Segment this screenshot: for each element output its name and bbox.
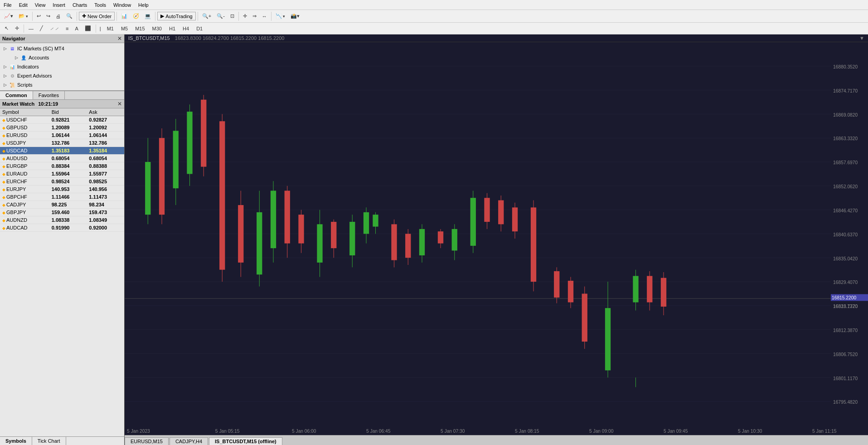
row-diamond-icon: ◆ <box>2 172 5 176</box>
channel-button[interactable]: ⟋⟋ <box>47 24 62 33</box>
market-watch-row[interactable]: ◆CADJPY 98.225 98.234 <box>0 201 124 209</box>
menu-window[interactable]: Window <box>110 1 135 9</box>
tab-common[interactable]: Common <box>0 91 33 99</box>
navigator-close-button[interactable]: ✕ <box>117 35 122 42</box>
hline-button[interactable]: — <box>26 24 36 33</box>
chart-maximize-icon[interactable]: ▼ <box>859 35 864 41</box>
menu-help[interactable]: Help <box>135 1 152 9</box>
drawing-toolbar: ↖ ✛ — ╱ ⟋⟋ ≡ A ⬛ | M1 M5 M15 M30 H1 H4 D… <box>0 23 868 34</box>
zoom-in-button[interactable]: 🔍+ <box>200 11 213 21</box>
print-button[interactable]: 🖨 <box>53 11 63 21</box>
period-m5[interactable]: M5 <box>118 24 131 33</box>
period-d1[interactable]: D1 <box>193 24 206 33</box>
tab-tick-chart[interactable]: Tick Chart <box>32 437 66 445</box>
svg-text:5 Jan 09:45: 5 Jan 09:45 <box>664 429 688 434</box>
undo-button[interactable]: ↩ <box>34 11 43 21</box>
row-diamond-icon: ◆ <box>2 141 5 146</box>
nav-broker-label: IC Markets (SC) MT4 <box>17 46 64 51</box>
tab-cadjpy-h4[interactable]: CADJPY,H4 <box>170 437 208 445</box>
row-bid: 1.06144 <box>49 132 87 139</box>
svg-rect-44 <box>349 222 355 255</box>
menu-view[interactable]: View <box>31 1 49 9</box>
row-bid: 0.88384 <box>49 162 87 170</box>
autoscroll-button[interactable]: ↔ <box>260 11 269 21</box>
row-symbol: ◆USDCHF <box>0 116 49 124</box>
period-m1[interactable]: M1 <box>104 24 117 33</box>
period-h4[interactable]: H4 <box>179 24 192 33</box>
terminal-button[interactable]: 💻 <box>142 11 153 21</box>
market-watch-row[interactable]: ◆AUDUSD 0.68054 0.68054 <box>0 155 124 162</box>
redo-button[interactable]: ↪ <box>44 11 53 21</box>
autotrading-button[interactable]: ▶ AutoTrading <box>157 12 196 20</box>
menu-tools[interactable]: Tools <box>91 1 110 9</box>
svg-rect-52 <box>405 234 411 258</box>
print-preview-button[interactable]: 🔍 <box>64 11 75 21</box>
market-watch-row[interactable]: ◆EURCHF 0.98524 0.98525 <box>0 178 124 186</box>
nav-accounts[interactable]: ▷ 👤 Accounts <box>0 53 124 62</box>
crosshair2-button[interactable]: ✛ <box>12 24 22 33</box>
nav-indicators[interactable]: ▷ 📊 Indicators <box>0 62 124 71</box>
trend-button[interactable]: ╱ <box>37 24 46 33</box>
row-ask: 1.20092 <box>87 124 124 132</box>
svg-text:5 Jan 07:30: 5 Jan 07:30 <box>441 429 465 434</box>
new-chart-button[interactable]: 📈▾ <box>2 11 15 21</box>
market-watch-row[interactable]: ◆GBPJPY 159.460 159.473 <box>0 209 124 216</box>
zoom-out-button[interactable]: 🔍- <box>214 11 227 21</box>
svg-text:16846.4270: 16846.4270 <box>833 208 858 213</box>
market-watch-row[interactable]: ◆GBPUSD 1.20089 1.20092 <box>0 124 124 132</box>
market-watch-row[interactable]: ◆GBPCHF 1.11466 1.11473 <box>0 193 124 201</box>
text-button[interactable]: A <box>72 24 81 33</box>
row-ask: 1.55977 <box>87 170 124 178</box>
svg-text:16863.3320: 16863.3320 <box>833 136 858 141</box>
row-bid: 0.92821 <box>49 116 87 124</box>
fit-button[interactable]: ⊡ <box>228 11 237 21</box>
svg-rect-40 <box>317 224 322 262</box>
scripts-icon: 📜 <box>9 81 16 88</box>
period-m30[interactable]: M30 <box>149 24 165 33</box>
period-h1[interactable]: H1 <box>166 24 179 33</box>
market-watch-row[interactable]: ◆EURGBP 0.88384 0.88388 <box>0 162 124 170</box>
crosshair-button[interactable]: ✛ <box>241 11 249 21</box>
toolbar-sep-1 <box>32 12 33 21</box>
label-button[interactable]: ⬛ <box>82 24 94 33</box>
row-symbol: ◆AUDUSD <box>0 155 49 162</box>
cursor-button[interactable]: ↖ <box>2 24 11 33</box>
market-watch-row[interactable]: ◆USDCHF 0.92821 0.92827 <box>0 116 124 124</box>
market-watch-row[interactable]: ◆USDJPY 132.786 132.786 <box>0 139 124 147</box>
nav-expert-advisors[interactable]: ▷ ⚙ Expert Advisors <box>0 71 124 80</box>
new-order-button[interactable]: ✚ New Order <box>79 12 115 20</box>
market-watch-close-button[interactable]: ✕ <box>117 101 122 107</box>
menu-charts[interactable]: Charts <box>69 1 91 9</box>
nav-broker[interactable]: ▷ 🖥 IC Markets (SC) MT4 <box>0 44 124 53</box>
market-watch-row[interactable]: ◆EURAUD 1.55964 1.55977 <box>0 170 124 178</box>
menu-file[interactable]: File <box>0 1 15 9</box>
market-watch-row[interactable]: ◆EURUSD 1.06144 1.06144 <box>0 132 124 139</box>
open-button[interactable]: 📂 <box>16 11 30 21</box>
menu-insert[interactable]: Insert <box>49 1 69 9</box>
market-watch-row[interactable]: ◆EURJPY 140.953 140.956 <box>0 186 124 193</box>
market-watch-row[interactable]: ◆USDCAD 1.35183 1.35184 <box>0 147 124 155</box>
chart-container[interactable]: 16880.3520 16874.7170 16869.0820 16863.3… <box>125 42 868 435</box>
market-watch-row[interactable]: ◆AUDCAD 0.91990 0.92000 <box>0 224 124 232</box>
svg-rect-38 <box>298 215 304 243</box>
market-watch-scroll[interactable]: Symbol Bid Ask ◆USDCHF 0.92821 0.92827 ◆… <box>0 108 124 436</box>
tab-btcusdt-m15[interactable]: IS_BTCUSDT,M15 (offline) <box>209 437 282 445</box>
navigator-panel: Navigator ✕ ▷ 🖥 IC Markets (SC) MT4 ▷ 👤 … <box>0 34 124 91</box>
indicators-button[interactable]: 📉 <box>273 11 287 21</box>
navigator-button[interactable]: 🧭 <box>131 11 141 21</box>
market-watch-button[interactable]: 📊 <box>119 11 130 21</box>
tab-eurusd-m15[interactable]: EURUSD,M15 <box>125 437 169 445</box>
market-watch-row[interactable]: ◆AUDNZD 1.08338 1.08349 <box>0 216 124 224</box>
row-symbol: ◆GBPCHF <box>0 193 49 201</box>
tab-favorites[interactable]: Favorites <box>33 91 65 99</box>
row-symbol: ◆CADJPY <box>0 201 49 209</box>
fib-button[interactable]: ≡ <box>63 24 71 33</box>
nav-scripts[interactable]: ▷ 📜 Scripts <box>0 80 124 89</box>
period-m15[interactable]: M15 <box>132 24 148 33</box>
screenshot-button[interactable]: 📸▾ <box>288 11 302 21</box>
menu-edit[interactable]: Edit <box>15 1 31 9</box>
tab-symbols[interactable]: Symbols <box>0 437 32 445</box>
scroll-right-button[interactable]: ⇒ <box>250 11 259 21</box>
nav-scripts-label: Scripts <box>17 82 33 88</box>
row-diamond-icon: ◆ <box>2 149 5 153</box>
